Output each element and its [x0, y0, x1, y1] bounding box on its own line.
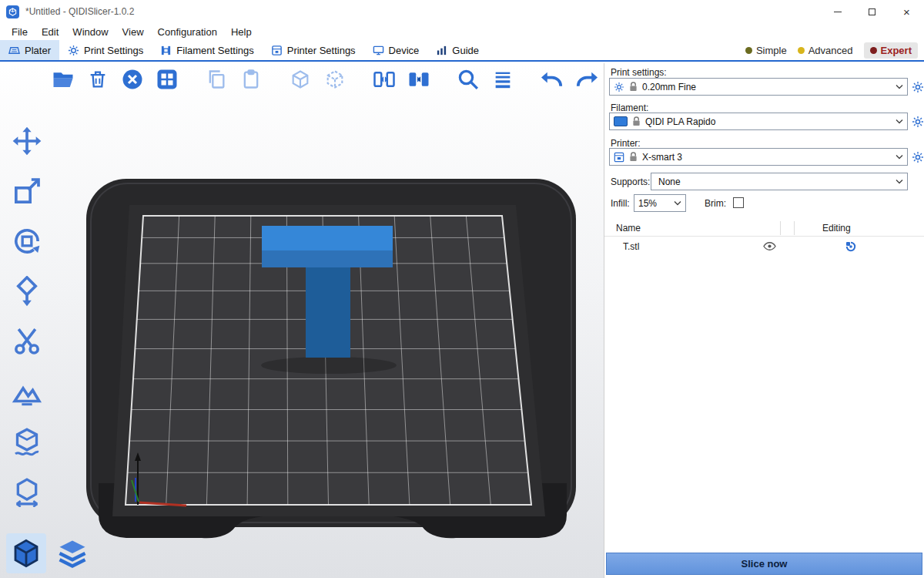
copy-button[interactable] [203, 66, 230, 93]
supports-value: None [655, 176, 681, 187]
model-shadow [261, 357, 397, 374]
view-mode-toggles [6, 533, 92, 573]
open-folder-icon [52, 68, 75, 91]
print-settings-label: Print settings: [611, 67, 667, 78]
redo-button[interactable] [573, 66, 601, 93]
split-objects-button[interactable] [370, 66, 398, 93]
paste-button[interactable] [237, 66, 265, 93]
print-settings-gear-button[interactable] [911, 80, 924, 94]
printer-gear-button[interactable] [911, 150, 924, 164]
preview-view-button[interactable] [52, 533, 92, 573]
maximize-icon [869, 8, 875, 15]
minimize-button[interactable] [820, 0, 855, 23]
supports-combo[interactable]: None [651, 173, 908, 190]
menu-edit[interactable]: Edit [35, 26, 65, 38]
3d-viewport[interactable] [0, 63, 604, 578]
delete-button[interactable] [84, 66, 112, 93]
window-title: *Untitled - QIDISlicer-1.0.2 [25, 6, 134, 17]
menu-bar: File Edit Window View Configuration Help [0, 23, 924, 40]
lock-icon [629, 82, 638, 92]
printer-value: X-smart 3 [642, 152, 682, 163]
preview-layers-icon [55, 536, 89, 570]
mode-selector: Simple Advanced Expert [745, 40, 924, 60]
tab-printer-settings[interactable]: Printer Settings [263, 40, 364, 60]
measure-tool-button[interactable] [9, 474, 45, 509]
delete-all-icon [121, 68, 144, 91]
3d-view-cube-icon [10, 537, 42, 570]
remove-instance-button[interactable] [321, 66, 349, 93]
open-button[interactable] [49, 66, 77, 93]
split-parts-button[interactable] [405, 66, 433, 93]
chevron-down-icon [896, 179, 903, 184]
expert-mode-dot-icon [870, 47, 877, 54]
menu-file[interactable]: File [5, 26, 35, 38]
maximize-button[interactable] [855, 0, 889, 23]
menu-configuration[interactable]: Configuration [151, 26, 224, 38]
chevron-down-icon [896, 119, 903, 124]
arrange-button[interactable] [153, 66, 181, 93]
visibility-eye-icon[interactable] [763, 240, 776, 252]
chevron-down-icon [674, 200, 681, 206]
object-name: T.stl [623, 241, 639, 252]
filament-combo[interactable]: QIDI PLA Rapido [609, 113, 908, 130]
column-name: Name [616, 223, 641, 234]
search-icon [457, 68, 480, 91]
scale-icon [12, 176, 42, 207]
infill-combo[interactable]: 15% [634, 194, 686, 212]
cut-tool-button[interactable] [9, 324, 45, 359]
add-instance-button[interactable] [286, 66, 314, 93]
tab-guide[interactable]: Guide [427, 40, 487, 60]
advanced-mode-dot-icon [798, 47, 805, 54]
mode-simple[interactable]: Simple [745, 45, 787, 56]
tab-plater[interactable]: Plater [0, 40, 59, 60]
search-button[interactable] [454, 66, 482, 93]
printer-combo[interactable]: X-smart 3 [609, 148, 908, 166]
print-settings-combo[interactable]: 0.20mm Fine [609, 78, 908, 96]
viewport-toolbar [49, 66, 601, 93]
variable-layer-height-button[interactable] [489, 66, 517, 93]
seam-paint-tool-button[interactable] [9, 424, 45, 459]
tab-device[interactable]: Device [364, 40, 428, 60]
filament-settings-icon [160, 45, 172, 56]
settings-sidebar: Print settings: 0.20mm Fine Filament: QI… [604, 63, 924, 578]
filament-gear-button[interactable] [911, 115, 924, 129]
3d-editor-view-button[interactable] [6, 533, 46, 573]
supports-label: Supports: [611, 176, 650, 187]
slice-now-button[interactable]: Slice now [606, 553, 922, 575]
delete-all-button[interactable] [119, 66, 146, 93]
rotate-tool-button[interactable] [9, 223, 45, 259]
scene [0, 63, 604, 578]
arrange-icon [156, 68, 179, 91]
menu-help[interactable]: Help [224, 26, 259, 38]
app-logo-icon [6, 5, 19, 18]
close-button[interactable]: × [889, 0, 924, 23]
print-profile-gear-icon [614, 82, 624, 92]
brim-checkbox[interactable] [733, 197, 744, 208]
column-editing: Editing [822, 223, 851, 234]
object-editing-icon[interactable] [845, 240, 857, 253]
lock-icon [632, 116, 641, 126]
printer-icon [614, 152, 624, 163]
undo-button[interactable] [538, 66, 566, 93]
plater-icon [8, 45, 20, 56]
cut-scissors-icon [12, 326, 42, 357]
infill-value: 15% [638, 198, 657, 209]
object-row-t-stl[interactable]: T.stl [604, 237, 924, 256]
tab-filament-settings[interactable]: Filament Settings [152, 40, 262, 60]
tab-print-settings[interactable]: Print Settings [59, 40, 152, 60]
mode-expert[interactable]: Expert [864, 42, 918, 59]
filament-label: Filament: [611, 102, 648, 113]
scale-tool-button[interactable] [9, 173, 45, 209]
undo-icon [541, 68, 564, 91]
tab-bar: Plater Print Settings Filament Settings … [0, 40, 924, 62]
place-on-face-tool-button[interactable] [9, 274, 45, 309]
print-settings-icon [68, 45, 79, 56]
move-tool-button[interactable] [9, 123, 45, 159]
rotate-icon [12, 226, 42, 257]
mode-advanced[interactable]: Advanced [798, 45, 853, 56]
print-settings-value: 0.20mm Fine [642, 82, 696, 92]
support-paint-tool-button[interactable] [9, 374, 45, 409]
printer-settings-icon [271, 45, 283, 56]
menu-view[interactable]: View [116, 26, 151, 38]
menu-window[interactable]: Window [65, 26, 115, 38]
